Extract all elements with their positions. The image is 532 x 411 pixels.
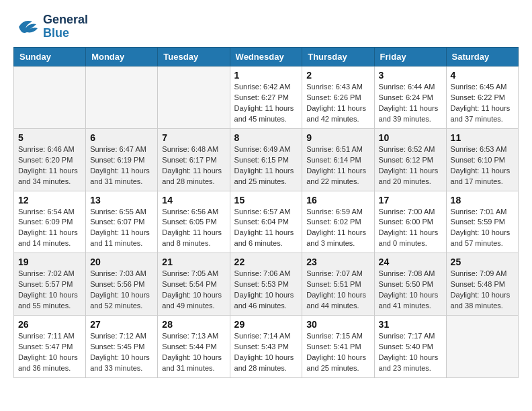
table-row: 21Sunrise: 7:05 AMSunset: 5:54 PMDayligh… — [158, 253, 230, 316]
calendar-week-row: 5Sunrise: 6:46 AMSunset: 6:20 PMDaylight… — [14, 128, 519, 191]
day-info: Sunrise: 7:11 AMSunset: 5:47 PMDaylight:… — [18, 331, 81, 374]
col-saturday: Saturday — [446, 48, 518, 66]
day-number: 29 — [234, 319, 298, 330]
day-info: Sunrise: 7:05 AMSunset: 5:54 PMDaylight:… — [162, 269, 225, 312]
day-info: Sunrise: 7:14 AMSunset: 5:43 PMDaylight:… — [234, 331, 298, 374]
table-row: 12Sunrise: 6:54 AMSunset: 6:09 PMDayligh… — [14, 191, 86, 253]
day-number: 14 — [162, 195, 225, 205]
calendar-week-row: 19Sunrise: 7:02 AMSunset: 5:57 PMDayligh… — [14, 253, 519, 316]
day-info: Sunrise: 6:55 AMSunset: 6:07 PMDaylight:… — [90, 207, 153, 250]
day-info: Sunrise: 6:49 AMSunset: 6:15 PMDaylight:… — [234, 144, 298, 187]
day-number: 20 — [90, 257, 153, 267]
col-friday: Friday — [374, 48, 446, 66]
day-number: 27 — [90, 319, 153, 330]
table-row: 24Sunrise: 7:08 AMSunset: 5:50 PMDayligh… — [374, 253, 446, 316]
col-wednesday: Wednesday — [230, 48, 302, 66]
table-row: 28Sunrise: 7:13 AMSunset: 5:44 PMDayligh… — [158, 316, 230, 378]
table-row: 14Sunrise: 6:56 AMSunset: 6:05 PMDayligh… — [158, 191, 230, 253]
day-info: Sunrise: 6:48 AMSunset: 6:17 PMDaylight:… — [162, 144, 225, 187]
table-row: 8Sunrise: 6:49 AMSunset: 6:15 PMDaylight… — [230, 128, 302, 191]
day-number: 26 — [18, 319, 81, 330]
day-number: 2 — [306, 70, 369, 81]
day-info: Sunrise: 6:46 AMSunset: 6:20 PMDaylight:… — [18, 144, 81, 187]
table-row: 13Sunrise: 6:55 AMSunset: 6:07 PMDayligh… — [86, 191, 158, 253]
calendar-week-row: 12Sunrise: 6:54 AMSunset: 6:09 PMDayligh… — [14, 191, 519, 253]
day-number: 1 — [234, 70, 298, 81]
col-sunday: Sunday — [14, 48, 86, 66]
table-row: 16Sunrise: 6:59 AMSunset: 6:02 PMDayligh… — [302, 191, 374, 253]
calendar-table: Sunday Monday Tuesday Wednesday Thursday… — [13, 47, 519, 378]
table-row: 3Sunrise: 6:44 AMSunset: 6:24 PMDaylight… — [374, 66, 446, 129]
day-number: 3 — [379, 70, 442, 81]
table-row — [14, 66, 86, 129]
table-row: 7Sunrise: 6:48 AMSunset: 6:17 PMDaylight… — [158, 128, 230, 191]
table-row: 2Sunrise: 6:43 AMSunset: 6:26 PMDaylight… — [302, 66, 374, 129]
day-info: Sunrise: 7:00 AMSunset: 6:00 PMDaylight:… — [379, 207, 442, 250]
table-row: 11Sunrise: 6:53 AMSunset: 6:10 PMDayligh… — [446, 128, 518, 191]
day-number: 23 — [306, 257, 369, 267]
day-info: Sunrise: 7:13 AMSunset: 5:44 PMDaylight:… — [162, 331, 225, 374]
table-row: 29Sunrise: 7:14 AMSunset: 5:43 PMDayligh… — [230, 316, 302, 378]
table-row: 18Sunrise: 7:01 AMSunset: 5:59 PMDayligh… — [446, 191, 518, 253]
table-row: 26Sunrise: 7:11 AMSunset: 5:47 PMDayligh… — [14, 316, 86, 378]
calendar-week-row: 26Sunrise: 7:11 AMSunset: 5:47 PMDayligh… — [14, 316, 519, 378]
table-row: 4Sunrise: 6:45 AMSunset: 6:22 PMDaylight… — [446, 66, 518, 129]
day-number: 31 — [379, 319, 442, 330]
day-number: 18 — [451, 195, 514, 205]
day-number: 28 — [162, 319, 225, 330]
day-info: Sunrise: 7:12 AMSunset: 5:45 PMDaylight:… — [90, 331, 153, 374]
day-info: Sunrise: 6:42 AMSunset: 6:27 PMDaylight:… — [234, 82, 298, 125]
day-number: 10 — [379, 132, 442, 143]
day-info: Sunrise: 7:01 AMSunset: 5:59 PMDaylight:… — [451, 207, 514, 250]
day-number: 19 — [18, 257, 81, 267]
day-info: Sunrise: 7:02 AMSunset: 5:57 PMDaylight:… — [18, 269, 81, 312]
col-monday: Monday — [86, 48, 158, 66]
table-row: 5Sunrise: 6:46 AMSunset: 6:20 PMDaylight… — [14, 128, 86, 191]
day-number: 30 — [306, 319, 369, 330]
table-row: 9Sunrise: 6:51 AMSunset: 6:14 PMDaylight… — [302, 128, 374, 191]
table-row: 15Sunrise: 6:57 AMSunset: 6:04 PMDayligh… — [230, 191, 302, 253]
day-info: Sunrise: 6:52 AMSunset: 6:12 PMDaylight:… — [379, 144, 442, 187]
day-number: 12 — [18, 195, 81, 205]
table-row — [446, 316, 518, 378]
day-info: Sunrise: 6:54 AMSunset: 6:09 PMDaylight:… — [18, 207, 81, 250]
day-info: Sunrise: 6:56 AMSunset: 6:05 PMDaylight:… — [162, 207, 225, 250]
table-row: 17Sunrise: 7:00 AMSunset: 6:00 PMDayligh… — [374, 191, 446, 253]
table-row: 20Sunrise: 7:03 AMSunset: 5:56 PMDayligh… — [86, 253, 158, 316]
day-info: Sunrise: 6:51 AMSunset: 6:14 PMDaylight:… — [306, 144, 369, 187]
day-number: 16 — [306, 195, 369, 205]
day-number: 7 — [162, 132, 225, 143]
table-row: 6Sunrise: 6:47 AMSunset: 6:19 PMDaylight… — [86, 128, 158, 191]
day-number: 8 — [234, 132, 298, 143]
day-number: 22 — [234, 257, 298, 267]
table-row: 1Sunrise: 6:42 AMSunset: 6:27 PMDaylight… — [230, 66, 302, 129]
day-info: Sunrise: 7:08 AMSunset: 5:50 PMDaylight:… — [379, 269, 442, 312]
day-number: 6 — [90, 132, 153, 143]
day-number: 25 — [451, 257, 514, 267]
page-header: General Blue — [13, 13, 519, 40]
day-number: 11 — [451, 132, 514, 143]
table-row: 27Sunrise: 7:12 AMSunset: 5:45 PMDayligh… — [86, 316, 158, 378]
day-number: 9 — [306, 132, 369, 143]
logo: General Blue — [13, 13, 88, 40]
logo-bird-icon — [13, 13, 40, 40]
table-row: 22Sunrise: 7:06 AMSunset: 5:53 PMDayligh… — [230, 253, 302, 316]
day-info: Sunrise: 7:06 AMSunset: 5:53 PMDaylight:… — [234, 269, 298, 312]
day-info: Sunrise: 6:57 AMSunset: 6:04 PMDaylight:… — [234, 207, 298, 250]
day-info: Sunrise: 7:15 AMSunset: 5:41 PMDaylight:… — [306, 331, 369, 374]
table-row — [86, 66, 158, 129]
calendar-week-row: 1Sunrise: 6:42 AMSunset: 6:27 PMDaylight… — [14, 66, 519, 129]
calendar-header-row: Sunday Monday Tuesday Wednesday Thursday… — [14, 48, 519, 66]
day-info: Sunrise: 7:07 AMSunset: 5:51 PMDaylight:… — [306, 269, 369, 312]
table-row: 25Sunrise: 7:09 AMSunset: 5:48 PMDayligh… — [446, 253, 518, 316]
day-number: 21 — [162, 257, 225, 267]
day-number: 4 — [451, 70, 514, 81]
day-info: Sunrise: 6:44 AMSunset: 6:24 PMDaylight:… — [379, 82, 442, 125]
logo-blue: Blue — [43, 26, 69, 40]
day-info: Sunrise: 7:03 AMSunset: 5:56 PMDaylight:… — [90, 269, 153, 312]
table-row: 30Sunrise: 7:15 AMSunset: 5:41 PMDayligh… — [302, 316, 374, 378]
day-number: 13 — [90, 195, 153, 205]
day-info: Sunrise: 6:59 AMSunset: 6:02 PMDaylight:… — [306, 207, 369, 250]
col-tuesday: Tuesday — [158, 48, 230, 66]
day-info: Sunrise: 6:53 AMSunset: 6:10 PMDaylight:… — [451, 144, 514, 187]
